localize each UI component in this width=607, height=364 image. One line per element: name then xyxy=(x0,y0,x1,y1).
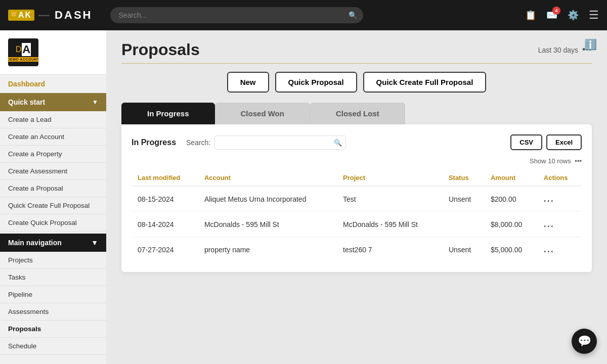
col-actions: Actions xyxy=(538,170,582,186)
mail-badge: 4 xyxy=(552,7,560,15)
gear-icon: ⚙️ xyxy=(568,10,579,21)
header-divider xyxy=(121,63,592,64)
quick-start-menu: Create a Lead Create an Account Create a… xyxy=(0,111,106,232)
sidebar-item-projects[interactable]: Projects xyxy=(0,252,106,269)
menu-button[interactable]: ☰ xyxy=(589,9,599,22)
account-section: D A DEMO ACCOUNT xyxy=(0,30,106,75)
row2-status: Unsent xyxy=(443,237,485,262)
table-body: 08-15-2024 Aliquet Metus Urna Incorporat… xyxy=(132,186,582,262)
tab-in-progress[interactable]: In Progress xyxy=(121,103,215,124)
quick-proposal-button[interactable]: Quick Proposal xyxy=(275,72,357,93)
logo-dash-text: DASH xyxy=(55,9,92,22)
account-name: DEMO ACCOUNT xyxy=(8,57,38,62)
table-row: 08-15-2024 Aliquet Metus Urna Incorporat… xyxy=(132,186,582,212)
col-status: Status xyxy=(443,170,485,186)
csv-export-button[interactable]: CSV xyxy=(510,134,542,150)
table-panel-title: In Progress xyxy=(132,138,176,147)
col-account: Account xyxy=(198,170,337,186)
chat-icon: 💬 xyxy=(578,335,591,348)
export-buttons: CSV Excel xyxy=(510,134,582,150)
logo-ak: 👑 AK xyxy=(8,10,34,21)
table-panel: In Progress Search: 🔍 CSV Excel xyxy=(121,124,592,272)
table-search-input[interactable] xyxy=(214,135,346,150)
content-area: ℹ️ Proposals Last 30 days ••• New Quick … xyxy=(106,30,607,364)
account-logo: D A DEMO ACCOUNT xyxy=(8,38,38,66)
row2-project: test260 7 xyxy=(337,237,443,262)
main-navigation-label: Main navigation xyxy=(8,239,62,247)
table-header-row: Last modified Account Project Status Amo… xyxy=(132,170,582,186)
row1-last-modified: 08-14-2024 xyxy=(132,212,198,237)
sidebar-item-create-property[interactable]: Create a Property xyxy=(0,146,106,163)
row1-actions-button[interactable]: ... xyxy=(544,219,554,229)
page-header: Proposals Last 30 days ••• xyxy=(121,40,592,59)
row1-account: McDonalds - 595 Mill St xyxy=(198,212,337,237)
main-layout: D A DEMO ACCOUNT Dashboard Quick start ▼… xyxy=(0,30,607,364)
sidebar-item-schedule[interactable]: Schedule xyxy=(0,338,106,355)
quick-start-header[interactable]: Quick start ▼ xyxy=(0,93,106,111)
table-search-label: Search: xyxy=(186,139,210,147)
quick-create-full-proposal-button[interactable]: Quick Create Full Proposal xyxy=(363,72,487,93)
row2-amount: $5,000.00 xyxy=(485,237,538,262)
table-row: 07-27-2024 property name test260 7 Unsen… xyxy=(132,237,582,262)
col-last-modified: Last modified xyxy=(132,170,198,186)
tab-closed-won[interactable]: Closed Won xyxy=(215,103,310,124)
col-project: Project xyxy=(337,170,443,186)
clipboard-button[interactable]: 📋 xyxy=(525,10,536,21)
quick-start-chevron-icon: ▼ xyxy=(92,99,98,106)
show-rows-more-icon: ••• xyxy=(575,157,582,165)
excel-export-button[interactable]: Excel xyxy=(546,134,582,150)
row1-amount: $8,000.00 xyxy=(485,212,538,237)
row1-project: McDonalds - 595 Mill St xyxy=(337,212,443,237)
sidebar-item-create-proposal[interactable]: Create a Proposal xyxy=(0,180,106,197)
mail-button[interactable]: ✉️ 4 xyxy=(546,10,557,21)
row0-last-modified: 08-15-2024 xyxy=(132,186,198,212)
table-controls: In Progress Search: 🔍 CSV Excel xyxy=(132,134,582,150)
content-inner: ℹ️ Proposals Last 30 days ••• New Quick … xyxy=(106,30,607,282)
info-icon-button[interactable]: ℹ️ xyxy=(584,38,597,51)
row2-account: property name xyxy=(198,237,337,262)
gear-button[interactable]: ⚙️ xyxy=(568,10,579,21)
sidebar-item-create-lead[interactable]: Create a Lead xyxy=(0,111,106,128)
chat-bubble-button[interactable]: 💬 xyxy=(572,329,597,354)
col-amount: Amount xyxy=(485,170,538,186)
table-search-area: Search: 🔍 xyxy=(186,135,346,150)
row2-last-modified: 07-27-2024 xyxy=(132,237,198,262)
search-container: 🔍 xyxy=(110,7,363,23)
logo-ak-text: AK xyxy=(18,11,32,20)
row0-account: Aliquet Metus Urna Incorporated xyxy=(198,186,337,212)
sidebar-item-create-quick-proposal[interactable]: Create Quick Proposal xyxy=(0,214,106,232)
logo-letter-a: A xyxy=(22,43,31,56)
clipboard-icon: 📋 xyxy=(525,10,536,21)
search-icon-button[interactable]: 🔍 xyxy=(349,11,357,19)
sidebar-item-quick-create-full-proposal[interactable]: Quick Create Full Proposal xyxy=(0,197,106,214)
new-button[interactable]: New xyxy=(227,72,269,93)
sidebar-item-tasks[interactable]: Tasks xyxy=(0,269,106,286)
logo: 👑 AK — DASH xyxy=(8,9,92,22)
main-navigation-header[interactable]: Main navigation ▼ xyxy=(0,234,106,252)
tabs: In Progress Closed Won Closed Lost xyxy=(121,103,592,124)
menu-icon: ☰ xyxy=(589,9,599,22)
main-navigation-menu: Projects Tasks Pipeline Assessments Prop… xyxy=(0,252,106,355)
navbar: 👑 AK — DASH 🔍 📋 ✉️ 4 ⚙️ ☰ xyxy=(0,0,607,30)
table-search-icon: 🔍 xyxy=(334,139,342,146)
table-search-wrap: 🔍 xyxy=(214,135,346,150)
sidebar-item-assessments[interactable]: Assessments xyxy=(0,303,106,321)
page-meta-text: Last 30 days xyxy=(538,46,578,54)
row2-actions-button[interactable]: ... xyxy=(544,244,554,254)
table-row: 08-14-2024 McDonalds - 595 Mill St McDon… xyxy=(132,212,582,237)
sidebar: D A DEMO ACCOUNT Dashboard Quick start ▼… xyxy=(0,30,106,364)
sidebar-item-pipeline[interactable]: Pipeline xyxy=(0,286,106,303)
show-rows-control[interactable]: Show 10 rows ••• xyxy=(132,157,582,165)
sidebar-item-create-account[interactable]: Create an Account xyxy=(0,128,106,146)
data-table: Last modified Account Project Status Amo… xyxy=(132,170,582,262)
search-input[interactable] xyxy=(110,7,363,23)
show-rows-label: Show 10 rows xyxy=(530,157,571,165)
sidebar-item-create-assessment[interactable]: Create Assessment xyxy=(0,163,106,180)
tab-closed-lost[interactable]: Closed Lost xyxy=(310,103,405,124)
info-icon: ℹ️ xyxy=(584,39,597,50)
sidebar-item-dashboard[interactable]: Dashboard xyxy=(0,75,106,93)
row0-status: Unsent xyxy=(443,186,485,212)
logo-letter-d: D xyxy=(16,45,22,54)
sidebar-item-proposals[interactable]: Proposals xyxy=(0,321,106,338)
row0-actions-button[interactable]: ... xyxy=(544,194,554,204)
